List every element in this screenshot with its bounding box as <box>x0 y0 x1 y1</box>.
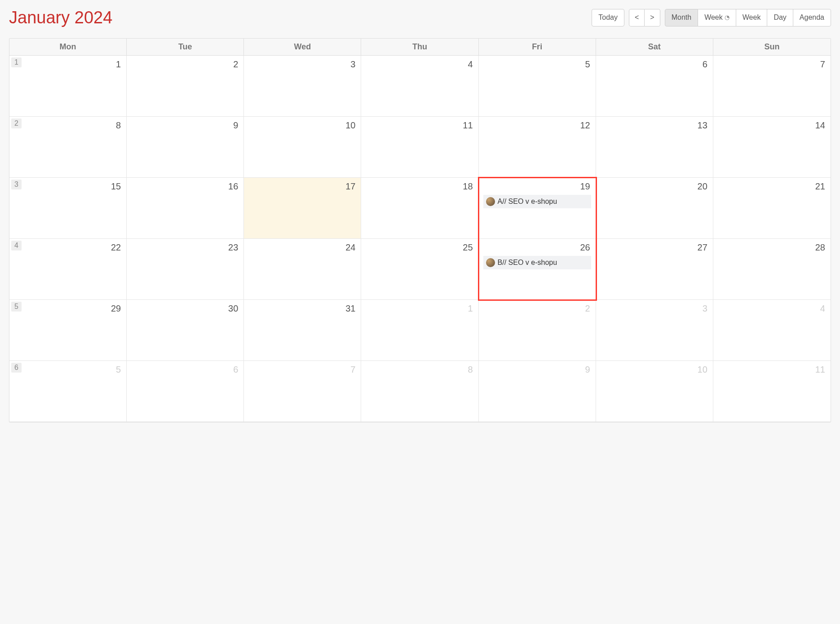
day-number: 30 <box>228 303 238 314</box>
day-cell[interactable]: 8 <box>9 117 127 177</box>
day-cell[interactable]: 27 <box>596 239 713 299</box>
day-cell[interactable]: 22 <box>9 239 127 299</box>
day-number: 2 <box>233 59 238 70</box>
day-cell[interactable]: 9 <box>479 361 596 422</box>
day-cell[interactable]: 19A// SEO v e-shopu <box>479 178 596 238</box>
week-number: 6 <box>11 363 22 373</box>
day-cell[interactable]: 1 <box>9 56 127 116</box>
day-cell[interactable]: 4 <box>713 300 831 360</box>
day-cell[interactable]: 3 <box>596 300 713 360</box>
day-number: 15 <box>111 181 121 192</box>
day-header-wed: Wed <box>244 39 361 55</box>
day-number: 18 <box>463 181 473 192</box>
day-number: 1 <box>116 59 121 70</box>
day-number: 8 <box>116 120 121 131</box>
day-number: 4 <box>820 303 825 314</box>
day-number: 2 <box>585 303 590 314</box>
day-cell[interactable]: 11 <box>713 361 831 422</box>
week-number: 3 <box>11 180 22 189</box>
day-number: 26 <box>580 242 590 253</box>
day-cell[interactable]: 13 <box>596 117 713 177</box>
day-cell[interactable]: 18 <box>361 178 478 238</box>
day-header-row: MonTueWedThuFriSatSun <box>9 39 831 56</box>
day-cell[interactable]: 10 <box>244 117 361 177</box>
day-number: 6 <box>703 59 707 70</box>
day-cell[interactable]: 16 <box>127 178 244 238</box>
day-number: 7 <box>820 59 825 70</box>
day-cell[interactable]: 14 <box>713 117 831 177</box>
day-cell[interactable]: 6 <box>127 361 244 422</box>
day-cell[interactable]: 6 <box>596 56 713 116</box>
day-number: 11 <box>463 120 473 131</box>
today-button[interactable]: Today <box>592 9 624 26</box>
week-row: 6567891011 <box>9 361 831 422</box>
day-cell[interactable]: 31 <box>244 300 361 360</box>
week-row: 52930311234 <box>9 300 831 361</box>
day-cell[interactable]: 26B// SEO v e-shopu <box>479 239 596 299</box>
day-header-sun: Sun <box>713 39 831 55</box>
day-cell[interactable]: 17 <box>244 178 361 238</box>
view-button-day-3[interactable]: Day <box>767 9 793 26</box>
view-button-month-0[interactable]: Month <box>665 9 698 26</box>
day-cell[interactable]: 2 <box>127 56 244 116</box>
calendar-event[interactable]: B// SEO v e-shopu <box>483 256 591 269</box>
day-number: 28 <box>815 242 825 253</box>
day-cell[interactable]: 29 <box>9 300 127 360</box>
day-header-sat: Sat <box>596 39 713 55</box>
day-cell[interactable]: 1 <box>361 300 478 360</box>
day-cell[interactable]: 25 <box>361 239 478 299</box>
day-cell[interactable]: 28 <box>713 239 831 299</box>
view-button-week-2[interactable]: Week <box>736 9 768 26</box>
calendar-controls: Today < > MonthWeek◔WeekDayAgenda <box>592 9 831 26</box>
day-cell[interactable]: 2 <box>479 300 596 360</box>
day-number: 14 <box>815 120 825 131</box>
day-cell[interactable]: 30 <box>127 300 244 360</box>
view-button-agenda-4[interactable]: Agenda <box>793 9 831 26</box>
day-number: 21 <box>815 181 825 192</box>
view-label: Month <box>672 13 691 22</box>
day-number: 17 <box>345 181 355 192</box>
day-header-mon: Mon <box>9 39 127 55</box>
day-number: 11 <box>815 365 825 375</box>
day-cell[interactable]: 11 <box>361 117 478 177</box>
day-number: 4 <box>468 59 473 70</box>
week-row: 42223242526B// SEO v e-shopu2728 <box>9 239 831 300</box>
day-cell[interactable]: 4 <box>361 56 478 116</box>
day-cell[interactable]: 12 <box>479 117 596 177</box>
clock-icon: ◔ <box>725 14 729 22</box>
day-cell[interactable]: 3 <box>244 56 361 116</box>
day-cell[interactable]: 23 <box>127 239 244 299</box>
day-number: 3 <box>350 59 355 70</box>
day-number: 5 <box>585 59 590 70</box>
calendar: MonTueWedThuFriSatSun 112345672891011121… <box>9 38 831 422</box>
week-row: 31516171819A// SEO v e-shopu2021 <box>9 178 831 239</box>
day-number: 7 <box>350 365 355 375</box>
day-cell[interactable]: 5 <box>9 361 127 422</box>
week-number: 1 <box>11 57 22 67</box>
prev-button[interactable]: < <box>629 9 645 26</box>
day-cell[interactable]: 15 <box>9 178 127 238</box>
day-cell[interactable]: 10 <box>596 361 713 422</box>
day-cell[interactable]: 7 <box>244 361 361 422</box>
day-cell[interactable]: 8 <box>361 361 478 422</box>
day-number: 29 <box>111 303 121 314</box>
day-number: 25 <box>463 242 473 253</box>
day-cell[interactable]: 21 <box>713 178 831 238</box>
day-cell[interactable]: 20 <box>596 178 713 238</box>
calendar-event[interactable]: A// SEO v e-shopu <box>483 195 591 208</box>
day-cell[interactable]: 7 <box>713 56 831 116</box>
day-number: 12 <box>580 120 590 131</box>
next-button[interactable]: > <box>645 9 660 26</box>
view-button-week-1[interactable]: Week◔ <box>698 9 736 26</box>
calendar-title: January 2024 <box>9 8 112 27</box>
view-switcher: MonthWeek◔WeekDayAgenda <box>665 9 831 26</box>
day-number: 9 <box>585 365 590 375</box>
day-cell[interactable]: 5 <box>479 56 596 116</box>
day-number: 22 <box>111 242 121 253</box>
day-number: 1 <box>468 303 473 314</box>
day-cell[interactable]: 9 <box>127 117 244 177</box>
weeks-container: 11234567289101112131431516171819A// SEO … <box>9 56 831 422</box>
day-header-tue: Tue <box>127 39 244 55</box>
day-number: 23 <box>228 242 238 253</box>
day-cell[interactable]: 24 <box>244 239 361 299</box>
